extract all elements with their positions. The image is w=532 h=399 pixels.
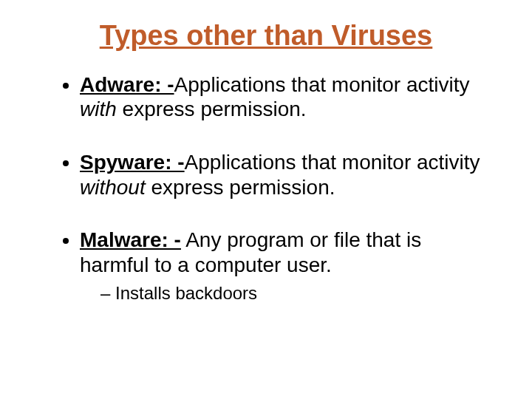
item-text: Applications that monitor activity xyxy=(174,73,470,96)
sub-list: Installs backdoors xyxy=(80,283,488,304)
term-label: Spyware: - xyxy=(80,151,185,174)
bullet-list: Adware: -Applications that monitor activ… xyxy=(44,72,488,304)
list-item: Spyware: -Applications that monitor acti… xyxy=(80,150,488,200)
item-emphasis: without xyxy=(80,176,146,199)
list-item: Adware: -Applications that monitor activ… xyxy=(80,72,488,122)
slide-title: Types other than Viruses xyxy=(44,21,488,52)
list-item: Malware: - Any program or file that is h… xyxy=(80,228,488,304)
term-label: Adware: - xyxy=(80,73,174,96)
sub-list-item: Installs backdoors xyxy=(100,283,488,304)
item-text: express permission. xyxy=(117,98,307,120)
item-text: Applications that monitor activity xyxy=(185,151,480,174)
slide: Types other than Viruses Adware: -Applic… xyxy=(0,0,532,399)
item-text: express permission. xyxy=(146,176,335,199)
item-emphasis: with xyxy=(80,98,117,120)
term-label: Malware: - xyxy=(80,228,181,251)
